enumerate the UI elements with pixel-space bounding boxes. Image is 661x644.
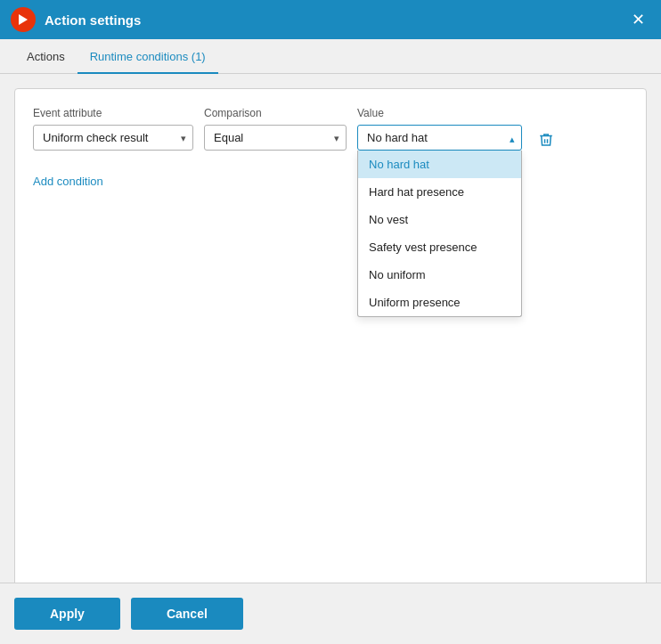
close-button[interactable]: ✕	[626, 8, 650, 31]
app-logo	[11, 7, 36, 32]
tab-runtime-conditions[interactable]: Runtime conditions (1)	[78, 39, 218, 74]
dropdown-item-safety-vest-presence[interactable]: Safety vest presence	[358, 233, 521, 261]
comparison-label: Comparison	[204, 107, 347, 119]
cancel-button[interactable]: Cancel	[131, 598, 243, 630]
add-condition-link[interactable]: Add condition	[33, 175, 103, 188]
value-group: Value No hard hat ▴ No hard hat Hard hat…	[357, 107, 522, 151]
dropdown-item-uniform-presence[interactable]: Uniform presence	[358, 289, 521, 316]
event-attribute-select-wrapper: Uniform check result ▾	[33, 125, 193, 151]
event-attribute-group: Event attribute Uniform check result ▾	[33, 107, 193, 151]
dialog-title: Action settings	[45, 12, 626, 28]
value-label: Value	[357, 107, 522, 119]
logo-icon	[16, 12, 30, 27]
dropdown-item-no-uniform[interactable]: No uniform	[358, 261, 521, 289]
svg-marker-0	[19, 14, 28, 25]
value-dropdown: No hard hat Hard hat presence No vest Sa…	[357, 151, 522, 317]
comparison-select[interactable]: Equal	[204, 125, 347, 151]
dropdown-item-hard-hat-presence[interactable]: Hard hat presence	[358, 178, 521, 206]
value-field-container: No hard hat ▴ No hard hat Hard hat prese…	[357, 125, 522, 151]
title-bar: Action settings ✕	[0, 0, 661, 39]
tab-actions[interactable]: Actions	[14, 39, 78, 74]
condition-row: Event attribute Uniform check result ▾ C…	[33, 107, 628, 153]
value-select-wrapper: No hard hat ▴	[357, 125, 522, 151]
delete-condition-button[interactable]	[533, 126, 559, 153]
trash-icon	[538, 132, 554, 148]
content-area: Event attribute Uniform check result ▾ C…	[0, 74, 661, 583]
footer: Apply Cancel	[0, 583, 661, 644]
event-attribute-label: Event attribute	[33, 107, 193, 119]
dropdown-item-no-vest[interactable]: No vest	[358, 206, 521, 233]
comparison-select-wrapper: Equal ▾	[204, 125, 347, 151]
event-attribute-select[interactable]: Uniform check result	[33, 125, 193, 151]
dropdown-item-no-hard-hat[interactable]: No hard hat	[358, 151, 521, 178]
comparison-group: Comparison Equal ▾	[204, 107, 347, 151]
conditions-panel: Event attribute Uniform check result ▾ C…	[14, 88, 647, 583]
tab-bar: Actions Runtime conditions (1)	[0, 39, 661, 74]
modal-dialog: Action settings ✕ Actions Runtime condit…	[0, 0, 661, 644]
apply-button[interactable]: Apply	[14, 598, 120, 630]
value-select[interactable]: No hard hat	[357, 125, 522, 151]
